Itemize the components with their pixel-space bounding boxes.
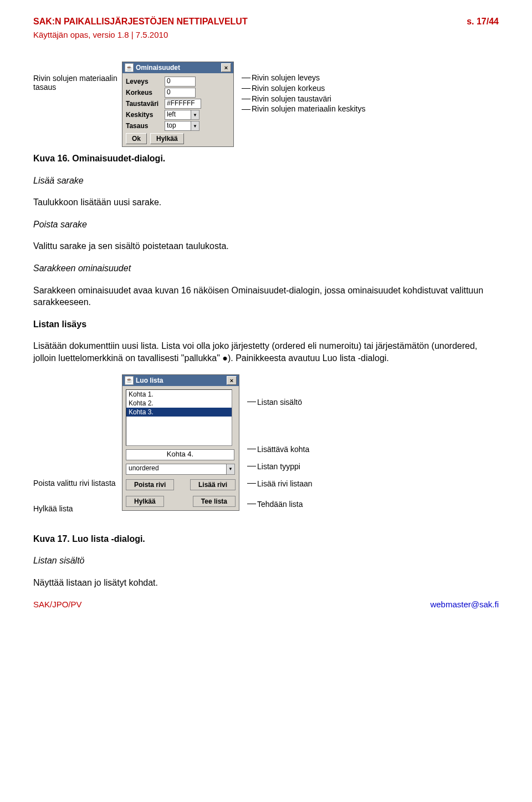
para-lisaa-sarake: Taulukkoon lisätään uusi sarake.: [33, 196, 499, 209]
chevron-down-icon[interactable]: ▼: [191, 110, 200, 120]
label-tasaus: Tasaus: [126, 122, 165, 130]
ominaisuudet-dialog: ☕ Ominaisuudet × Leveys 0 Korkeus 0 Taus…: [122, 62, 234, 147]
chevron-down-icon[interactable]: ▼: [227, 464, 235, 475]
figure-luo-lista: Poista valittu rivi listasta Hylkää list…: [33, 374, 499, 527]
caption-fig16: Kuva 16. Ominaisuudet-dialogi.: [33, 153, 499, 165]
list-items[interactable]: Kohta 1. Kohta 2. Kohta 3.: [126, 389, 232, 446]
list-item[interactable]: Kohta 1.: [126, 390, 232, 399]
annotation-taustavari: Rivin solujen taustaväri: [252, 94, 365, 104]
figure-ominaisuudet: Rivin solujen materiaalin tasaus ☕ Omina…: [33, 62, 499, 147]
fig1-left-annotation: Rivin solujen materiaalin tasaus: [33, 62, 122, 92]
select-keskitys[interactable]: left: [165, 110, 191, 120]
heading-poista-sarake: Poista sarake: [33, 219, 499, 231]
luo-lista-dialog: ☕ Luo lista × Kohta 1. Kohta 2. Kohta 3.…: [122, 374, 239, 511]
dialog-title: Luo lista: [136, 377, 227, 384]
close-icon[interactable]: ×: [227, 376, 237, 385]
list-item[interactable]: Kohta 2.: [126, 399, 232, 408]
label-korkeus: Korkeus: [126, 89, 165, 97]
label-keskitys: Keskitys: [126, 111, 165, 119]
chevron-down-icon[interactable]: ▼: [191, 121, 200, 131]
annotation-lisattava-kohta: Lisättävä kohta: [257, 444, 313, 455]
label-taustavari: Taustaväri: [126, 100, 165, 108]
dialog-title: Ominaisuudet: [136, 64, 221, 72]
annotation-listan-sisalto: Listan sisältö: [257, 397, 313, 408]
annotation-poista-rivi: Poista valittu rivi listasta: [33, 479, 122, 488]
para-listan-lisays: Lisätään dokumenttiin uusi lista. Lista …: [33, 340, 499, 364]
hylkaa-button[interactable]: Hylkää: [150, 133, 184, 144]
para-poista-sarake: Valittu sarake ja sen sisältö poistetaan…: [33, 240, 499, 252]
footer-left: SAK/JPO/PV: [33, 600, 82, 609]
java-icon: ☕: [125, 63, 134, 72]
annotation-leveys: Rivin solujen leveys: [252, 73, 365, 83]
annotation-tehdaan-lista: Tehdään lista: [257, 499, 313, 510]
caption-fig17: Kuva 17. Luo lista -dialogi.: [33, 533, 499, 545]
doc-title: SAK:N PAIKALLISJÄRJESTÖJEN NETTIPALVELUT: [33, 17, 248, 27]
lisaa-rivi-button[interactable]: Lisää rivi: [190, 479, 236, 490]
input-taustavari[interactable]: #FFFFFF: [165, 99, 201, 109]
heading-listan-sisalto: Listan sisältö: [33, 555, 499, 567]
hylkaa-button[interactable]: Hylkää: [126, 496, 164, 507]
poista-rivi-button[interactable]: Poista rivi: [126, 479, 174, 490]
annotation-lisaa-rivi: Lisää rivi listaan: [257, 478, 313, 490]
tee-lista-button[interactable]: Tee lista: [193, 496, 236, 507]
ok-button[interactable]: Ok: [126, 133, 147, 144]
select-tasaus[interactable]: top: [165, 121, 191, 131]
heading-lisaa-sarake: Lisää sarake: [33, 175, 499, 187]
para-sarakkeen-ominaisuudet: Sarakkeen ominaisuudet avaa kuvan 16 näk…: [33, 285, 499, 308]
select-list-type[interactable]: unordered: [126, 464, 227, 475]
input-leveys[interactable]: 0: [165, 77, 196, 87]
doc-subtitle: Käyttäjän opas, versio 1.8 | 7.5.2010: [33, 30, 499, 39]
input-new-item[interactable]: Kohta 4.: [126, 449, 234, 460]
page-number: s. 17/44: [467, 17, 499, 27]
annotation-korkeus: Rivin solujen korkeus: [252, 83, 365, 94]
heading-sarakkeen-ominaisuudet: Sarakkeen ominaisuudet: [33, 262, 499, 275]
annotation-listan-tyyppi: Listan tyyppi: [257, 461, 313, 473]
footer-email: webmaster@sak.fi: [430, 600, 499, 609]
label-leveys: Leveys: [126, 78, 165, 85]
annotation-keskitys: Rivin solujen materiaalin keskitys: [252, 104, 365, 113]
para-listan-sisalto: Näyttää listaan jo lisätyt kohdat.: [33, 577, 499, 589]
annotation-hylkaa-lista: Hylkää lista: [33, 504, 122, 513]
heading-listan-lisays: Listan lisäys: [33, 318, 499, 331]
close-icon[interactable]: ×: [221, 63, 231, 72]
input-korkeus[interactable]: 0: [165, 88, 196, 98]
list-item-selected[interactable]: Kohta 3.: [126, 408, 232, 417]
java-icon: ☕: [125, 376, 134, 385]
